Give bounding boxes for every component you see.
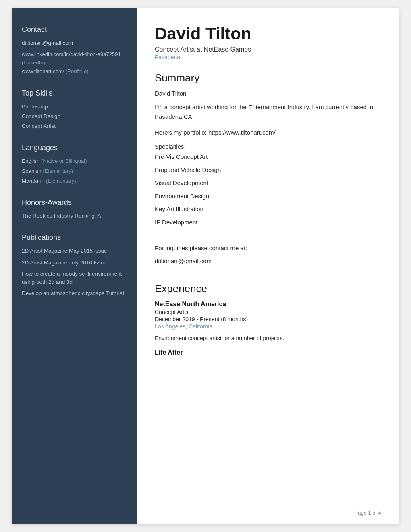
- lang-spanish: Spanish (Elementary): [22, 167, 127, 175]
- publications-section: Publications 2D Artist Magazine May 2015…: [22, 232, 127, 297]
- contact-email-main: dtiltonart@gmail.com: [155, 256, 381, 266]
- sidebar: Contact dtiltonart@gmail.com www.linkedi…: [12, 8, 137, 524]
- contact-note: For inquiries please contact me at:: [155, 243, 381, 253]
- pub-3: How to create a moody sci-fi environment…: [22, 270, 127, 287]
- job-0-dates: December 2019 - Present (8 months): [155, 316, 381, 322]
- header-block: David Tilton Concept Artist at NetEase G…: [155, 24, 381, 60]
- top-skills-section: Top Skills Photoshop Concept Design Conc…: [22, 88, 127, 131]
- summary-bio: I'm a concept artist working for the Ent…: [155, 102, 381, 122]
- experience-block: Experience NetEase North America Concept…: [155, 283, 381, 356]
- pub-1: 2D Artist Magazine May 2015 issue: [22, 247, 127, 255]
- pub-4: Develop an atmospheric cityscape Tutoria…: [22, 289, 127, 297]
- top-skills-title: Top Skills: [22, 88, 127, 99]
- job-0-company: NetEase North America: [155, 301, 381, 308]
- page-footer: Page 1 of 4: [355, 510, 382, 516]
- skill-photoshop: Photoshop: [22, 103, 127, 111]
- job-1-company: Life After: [155, 349, 381, 356]
- job-0: NetEase North America Concept Artist Dec…: [155, 301, 381, 343]
- resume-page: Contact dtiltonart@gmail.com www.linkedi…: [12, 8, 399, 524]
- publications-title: Publications: [22, 232, 127, 243]
- specialty-3: Environment Design: [155, 192, 381, 201]
- specialty-0: Pre-Vis Concept Art: [155, 152, 381, 162]
- contact-section: Contact dtiltonart@gmail.com www.linkedi…: [22, 24, 127, 76]
- linkedin-url: www.linkedin.com/in/david-tilton-a9a7259…: [22, 50, 127, 67]
- contact-email: dtiltonart@gmail.com: [22, 39, 127, 47]
- experience-title: Experience: [155, 283, 381, 295]
- lang-mandarin: Mandarin (Elementary): [22, 177, 127, 185]
- portfolio-url: www.tiltonart.com/ (Portfolio): [22, 67, 127, 76]
- job-0-description: Environment concept artist for a number …: [155, 334, 381, 343]
- summary-name: David Tilton: [155, 90, 381, 97]
- contact-title: Contact: [22, 24, 127, 35]
- pub-2: 2D Artist Magazine July 2016 Issue: [22, 259, 127, 267]
- honors-title: Honors-Awards: [22, 197, 127, 208]
- lang-english: English (Native or Bilingual): [22, 157, 127, 165]
- specialties-label: Specialties:: [155, 143, 381, 150]
- languages-section: Languages English (Native or Bilingual) …: [22, 142, 127, 185]
- summary-title: Summary: [155, 72, 381, 84]
- section-divider: [155, 235, 235, 235]
- job-0-location: Los Angeles, California: [155, 323, 381, 330]
- summary-block: Summary David Tilton I'm a concept artis…: [155, 72, 381, 274]
- skill-concept-design: Concept Design: [22, 112, 127, 121]
- job-1: Life After: [155, 349, 381, 356]
- location: Pasadena: [155, 54, 381, 60]
- specialty-1: Prop and Vehicle Design: [155, 166, 381, 175]
- candidate-name: David Tilton: [155, 24, 381, 44]
- summary-portfolio: Here's my portfolio: https://www.tiltona…: [155, 129, 381, 136]
- specialty-4: Key Art Illustration: [155, 205, 381, 214]
- specialty-5: IP Development: [155, 218, 381, 227]
- short-divider: [155, 274, 179, 274]
- honors-section: Honors-Awards The Rookies Industry Ranki…: [22, 197, 127, 220]
- honor-rookies: The Rookies Industry Ranking: A: [22, 212, 127, 220]
- languages-title: Languages: [22, 142, 127, 153]
- specialty-2: Visual Development: [155, 179, 381, 188]
- job-title: Concept Artist at NetEase Games: [155, 46, 381, 53]
- skill-concept-artist: Concept Artist: [22, 122, 127, 130]
- job-0-role: Concept Artist: [155, 309, 381, 315]
- main-content: David Tilton Concept Artist at NetEase G…: [137, 8, 399, 524]
